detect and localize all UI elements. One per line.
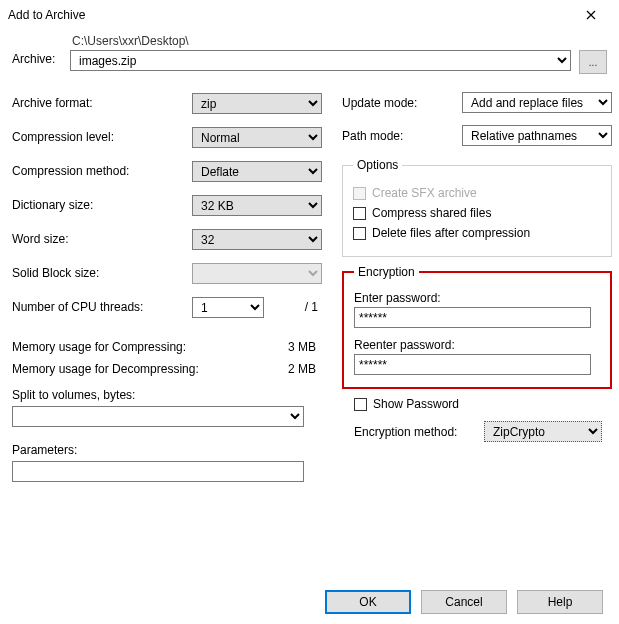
dict-select[interactable]: 32 KB xyxy=(192,195,322,216)
mem-decomp-label: Memory usage for Decompressing: xyxy=(12,362,199,376)
split-select[interactable] xyxy=(12,406,304,427)
sfx-checkbox xyxy=(353,187,366,200)
split-label: Split to volumes, bytes: xyxy=(12,388,322,402)
shared-checkbox[interactable] xyxy=(353,207,366,220)
sfx-label: Create SFX archive xyxy=(372,186,477,200)
password-input[interactable] xyxy=(354,307,591,328)
button-bar: OK Cancel Help xyxy=(325,590,603,614)
level-label: Compression level: xyxy=(12,130,192,144)
dialog-window: Add to Archive Archive: C:\Users\xxr\Des… xyxy=(0,0,619,624)
block-label: Solid Block size: xyxy=(12,266,192,280)
mem-comp-label: Memory usage for Compressing: xyxy=(12,340,186,354)
archive-name-input[interactable]: images.zip xyxy=(70,50,571,71)
params-input[interactable] xyxy=(12,461,304,482)
left-column: Archive format: zip Compression level: N… xyxy=(12,92,322,482)
dict-label: Dictionary size: xyxy=(12,198,192,212)
cancel-button[interactable]: Cancel xyxy=(421,590,507,614)
ellipsis-icon: ... xyxy=(589,57,597,68)
update-select[interactable]: Add and replace files xyxy=(462,92,612,113)
word-select[interactable]: 32 xyxy=(192,229,322,250)
update-label: Update mode: xyxy=(342,96,462,110)
block-select xyxy=(192,263,322,284)
archive-path: C:\Users\xxr\Desktop\ xyxy=(70,34,607,48)
encryption-fieldset: Encryption Enter password: Reenter passw… xyxy=(342,265,612,389)
level-select[interactable]: Normal xyxy=(192,127,322,148)
cpu-select[interactable]: 1 xyxy=(192,297,264,318)
path-select[interactable]: Relative pathnames xyxy=(462,125,612,146)
path-label: Path mode: xyxy=(342,129,462,143)
options-legend: Options xyxy=(353,158,402,172)
enc-method-select[interactable]: ZipCrypto xyxy=(484,421,602,442)
help-button[interactable]: Help xyxy=(517,590,603,614)
enter-password-label: Enter password: xyxy=(354,291,600,305)
enc-method-label: Encryption method: xyxy=(354,425,484,439)
shared-label: Compress shared files xyxy=(372,206,491,220)
format-label: Archive format: xyxy=(12,96,192,110)
close-button[interactable] xyxy=(571,3,611,27)
archive-section: Archive: C:\Users\xxr\Desktop\ images.zi… xyxy=(12,34,607,74)
dialog-content: Archive: C:\Users\xxr\Desktop\ images.zi… xyxy=(0,28,619,490)
cpu-label: Number of CPU threads: xyxy=(12,300,192,314)
options-fieldset: Options Create SFX archive Compress shar… xyxy=(342,158,612,257)
reenter-password-label: Reenter password: xyxy=(354,338,600,352)
format-select[interactable]: zip xyxy=(192,93,322,114)
method-label: Compression method: xyxy=(12,164,192,178)
titlebar: Add to Archive xyxy=(0,0,619,28)
method-select[interactable]: Deflate xyxy=(192,161,322,182)
right-column: Update mode: Add and replace files Path … xyxy=(342,92,612,482)
delete-checkbox[interactable] xyxy=(353,227,366,240)
window-title: Add to Archive xyxy=(8,8,85,22)
browse-button[interactable]: ... xyxy=(579,50,607,74)
show-password-label: Show Password xyxy=(373,397,459,411)
password-reenter-input[interactable] xyxy=(354,354,591,375)
close-icon xyxy=(586,10,596,20)
params-label: Parameters: xyxy=(12,443,322,457)
delete-label: Delete files after compression xyxy=(372,226,530,240)
mem-decomp-value: 2 MB xyxy=(288,362,316,376)
archive-label: Archive: xyxy=(12,34,70,66)
word-label: Word size: xyxy=(12,232,192,246)
show-password-checkbox[interactable] xyxy=(354,398,367,411)
ok-button[interactable]: OK xyxy=(325,590,411,614)
cpu-total: / 1 xyxy=(305,300,322,314)
mem-comp-value: 3 MB xyxy=(288,340,316,354)
encryption-legend: Encryption xyxy=(354,265,419,279)
